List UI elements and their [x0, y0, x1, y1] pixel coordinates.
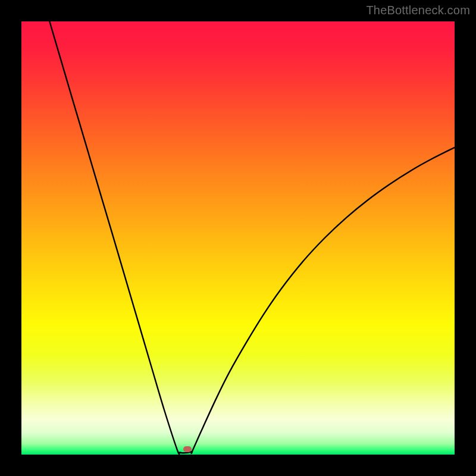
chart-frame: TheBottleneck.com — [0, 0, 476, 476]
plot-area — [21, 21, 455, 455]
optimum-marker — [183, 446, 192, 452]
curve-path — [49, 21, 455, 454]
watermark-text: TheBottleneck.com — [366, 4, 470, 17]
bottleneck-curve — [21, 21, 455, 455]
